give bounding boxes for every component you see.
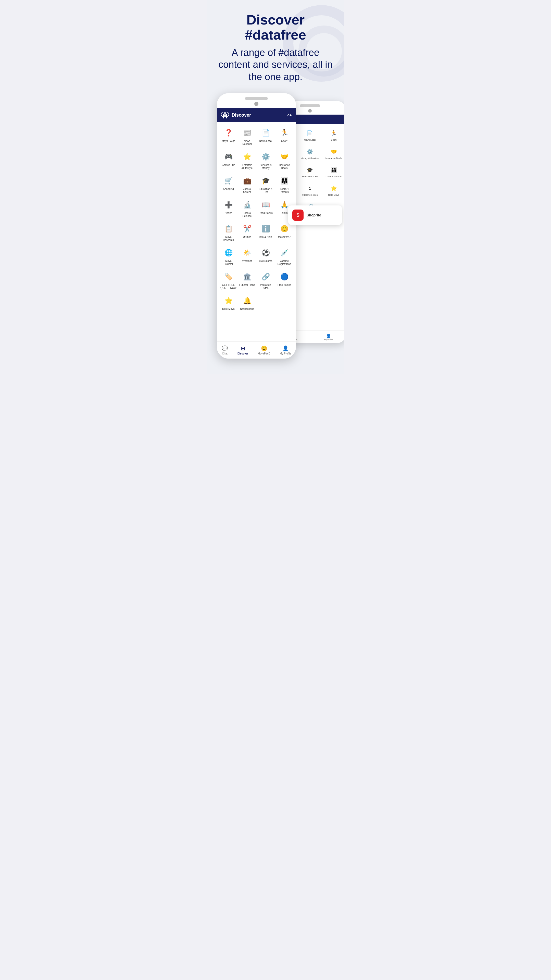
grid-label-6: Services & Money [258, 164, 274, 170]
grid-icon-14: 📖 [260, 199, 272, 210]
grid-label-14: Read Books [259, 212, 272, 215]
grid-label-23: Vaccine Registration [276, 259, 292, 266]
grid-item-education--ref[interactable]: 🎓Education & Ref [257, 172, 275, 196]
grid-label-18: Info & Help [259, 235, 272, 239]
nav-moypayD[interactable]: 😊 MoyaPayD [258, 345, 270, 355]
grid-item-insurance-deals[interactable]: 🤝Insurance Deals [275, 148, 293, 172]
grid-item-rate-moya[interactable]: ⭐Rate Moya [219, 292, 238, 313]
grid-icon-26: 🔗 [260, 271, 272, 283]
grid-label-5: Entertain &Lifestyle [239, 164, 255, 170]
grid-item-health[interactable]: ➕Health [219, 196, 238, 220]
grid-label-22: Live Scores [259, 259, 272, 262]
back-label-newslocal: News Local [304, 138, 316, 142]
grid-label-4: Games Fun [222, 164, 235, 167]
grid-item-notifications[interactable]: 🔔Notifications [238, 292, 256, 313]
grid-item-jobs--career[interactable]: 💼Jobs & Career [238, 172, 256, 196]
grid-icon-13: 🔬 [241, 199, 253, 210]
nav-chat[interactable]: 💬 Chat [222, 345, 228, 355]
grid-item-moya-browser[interactable]: 🌐Moya Browser [219, 244, 238, 268]
myprofile-label: My Profile [280, 352, 291, 355]
back-label-parents: Learn 4 Parents [326, 175, 342, 178]
phone-front-notch [245, 97, 268, 100]
grid-icon-7: 🤝 [279, 151, 290, 162]
back-icon-sport: 🏃 [329, 129, 338, 138]
nav-discover[interactable]: ⊞ Discover [238, 345, 248, 355]
grid-icon-6: ⚙️ [260, 151, 272, 162]
grid-item-live-scores[interactable]: ⚽Live Scores [257, 244, 275, 268]
subheadline: A range of #datafree content and service… [215, 47, 336, 83]
grid-label-16: Moya Research [221, 235, 237, 242]
grid-item-entertain-lifestyle[interactable]: ⭐Entertain &Lifestyle [238, 148, 256, 172]
grid-label-21: Weather [242, 259, 252, 262]
moypayD-label: MoyaPayD [258, 352, 270, 355]
app-header: Discover ZA [217, 108, 296, 122]
grid-item-moya-faqs[interactable]: ❓Moya FAQs [219, 124, 238, 148]
grid-label-0: Moya FAQs [222, 140, 235, 143]
back-label-datafree: #datafree Sites [302, 194, 318, 197]
nav-myprofile[interactable]: 👤 My Profile [280, 345, 291, 355]
back-label-edu: Education & Ref [302, 175, 318, 178]
grid-item-news-local[interactable]: 📄News Local [257, 124, 275, 148]
grid-item-moya-research[interactable]: 📋Moya Research [219, 220, 238, 244]
grid-item-weather[interactable]: 🌤️Weather [238, 244, 256, 268]
shoprite-icon: S [292, 210, 303, 221]
back-grid-item: 👨‍👩‍👧 Learn 4 Parents [323, 163, 345, 180]
back-nav-profile: 👤 My Profile [324, 334, 333, 341]
grid-icon-28: ⭐ [223, 295, 234, 307]
back-icon-datafree: 1 [305, 184, 314, 193]
discover-label: Discover [238, 352, 248, 355]
grid-label-1: News National [239, 140, 255, 146]
grid-item-free-basics[interactable]: 🔵Free Basics [275, 268, 293, 292]
grid-icon-21: 🌤️ [241, 247, 253, 259]
grid-item-shopping[interactable]: 🛒Shopping [219, 172, 238, 196]
phone-front: Discover ZA ❓Moya FAQs📰News National📄New… [217, 93, 296, 359]
grid-item-vaccine-registration[interactable]: 💉Vaccine Registration [275, 244, 293, 268]
grid-icon-8: 🛒 [223, 175, 234, 186]
grid-label-29: Notifications [240, 307, 254, 310]
grid-item-utilities[interactable]: ✂️Utilities [238, 220, 256, 244]
grid-item-info--help[interactable]: ℹ️Info & Help [257, 220, 275, 244]
grid-item-games-fun[interactable]: 🎮Games Fun [219, 148, 238, 172]
grid-label-17: Utilities [243, 235, 251, 239]
back-icon-insurance: 🤝 [329, 147, 338, 156]
grid-label-12: Health [225, 212, 232, 215]
headline: Discover #datafree [215, 12, 336, 43]
grid-label-13: Tech & Science [239, 212, 255, 218]
grid-item-sport[interactable]: 🏃Sport [275, 124, 293, 148]
grid-item-services--money[interactable]: ⚙️Services & Money [257, 148, 275, 172]
grid-label-8: Shopping [223, 188, 233, 191]
grid-icon-10: 🎓 [260, 175, 272, 186]
back-label-rate: Rate Moya [328, 194, 340, 197]
grid-icon-18: ℹ️ [260, 223, 272, 234]
grid-icon-0: ❓ [223, 127, 234, 138]
phone-back-camera [308, 109, 312, 113]
grid-item-news-national[interactable]: 📰News National [238, 124, 256, 148]
myprofile-icon: 👤 [283, 345, 289, 352]
shoprite-popup[interactable]: S Shoprite [288, 205, 342, 225]
grid-label-19: MoyaPayD [278, 235, 291, 239]
grid-label-15: Religion [279, 212, 289, 215]
back-grid-item: ⭐ Rate Moya [323, 182, 345, 199]
grid-label-11: Learn 4 Parents [276, 188, 292, 194]
grid-item-learn-4-parents[interactable]: 👨‍👩‍👧Learn 4 Parents [275, 172, 293, 196]
grid-label-2: News Local [259, 140, 272, 143]
app-header-title: Discover [232, 113, 251, 118]
back-nav-profile-label: My Profile [324, 339, 333, 341]
back-grid-item: 🎓 Education & Ref [299, 163, 321, 180]
grid-item-datafree-sites[interactable]: 🔗#datafree Sites [257, 268, 275, 292]
back-icon-parents: 👨‍👩‍👧 [329, 165, 338, 175]
grid-icon-23: 💉 [279, 247, 290, 259]
grid-item-get-free-quote-now[interactable]: 🏷️GET FREE QUOTE NOW [219, 268, 238, 292]
grid-icon-16: 📋 [223, 223, 234, 234]
grid-icon-9: 💼 [241, 175, 253, 186]
grid-item-read-books[interactable]: 📖Read Books [257, 196, 275, 220]
grid-label-9: Jobs & Career [239, 188, 255, 194]
grid-icon-5: ⭐ [241, 151, 253, 162]
grid-item-tech--science[interactable]: 🔬Tech & Science [238, 196, 256, 220]
back-label-insurance: Insurance Deals [326, 157, 342, 160]
phone-back-notch [300, 104, 320, 107]
grid-item-funeral-plans[interactable]: 🏛️Funeral Plans [238, 268, 256, 292]
shoprite-name: Shoprite [306, 213, 321, 217]
page-container: Discover #datafree A range of #datafree … [206, 0, 345, 374]
grid-icon-27: 🔵 [279, 271, 290, 283]
